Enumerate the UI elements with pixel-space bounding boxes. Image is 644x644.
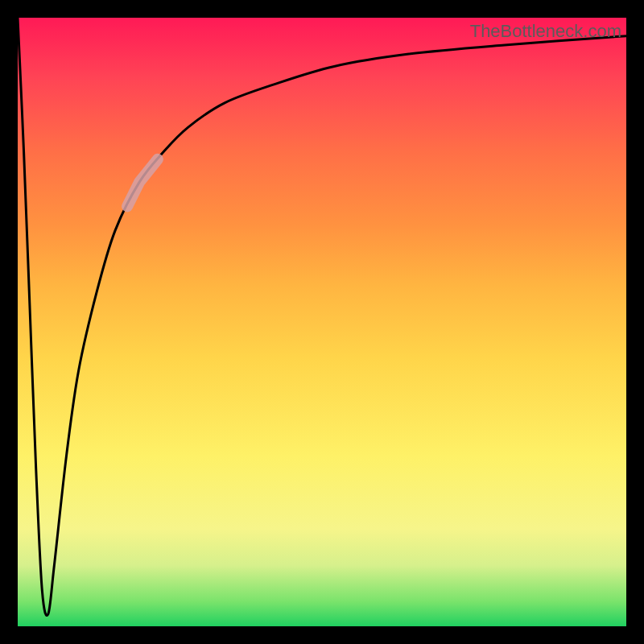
- bottleneck-curve: [18, 18, 626, 616]
- attribution-watermark: TheBottleneck.com: [470, 21, 621, 42]
- curve-highlight-segment: [127, 159, 158, 207]
- curve-layer: [18, 18, 626, 626]
- plot-area: TheBottleneck.com: [18, 18, 626, 626]
- chart-frame: TheBottleneck.com: [0, 0, 644, 644]
